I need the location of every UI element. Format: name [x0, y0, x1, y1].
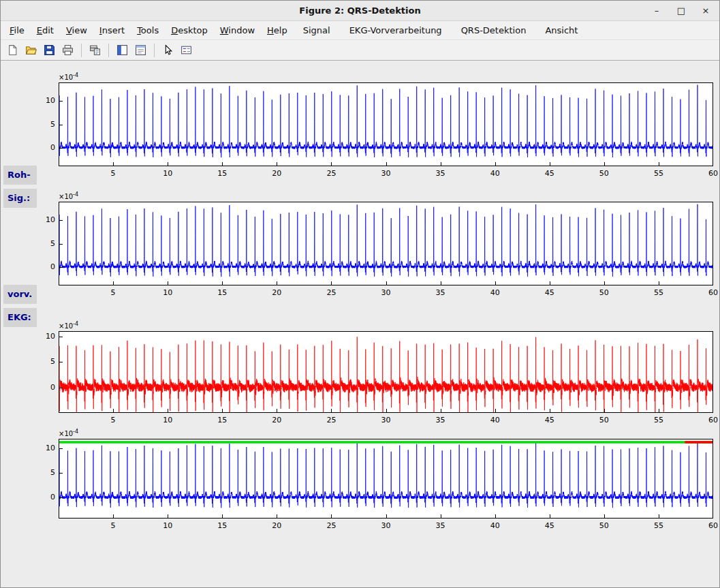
- menu-item-window[interactable]: Window: [214, 22, 261, 39]
- x-tick-label: 35: [431, 416, 451, 424]
- toolbar-separator: [81, 44, 82, 57]
- plot-canvas-detektion-ergebnis[interactable]: [59, 439, 713, 519]
- x-tick-label: 10: [157, 521, 178, 530]
- x-tick-label: 5: [103, 288, 123, 297]
- legend-button[interactable]: [178, 42, 195, 59]
- menu-item-insert[interactable]: Insert: [93, 22, 131, 39]
- x-tick-label: 55: [648, 521, 669, 530]
- close-button[interactable]: ×: [699, 4, 713, 18]
- x-tick-label: 25: [321, 416, 341, 424]
- plot-roh-signal: ×10-4051051015202530354045505560: [28, 70, 719, 181]
- x-tick-label: 50: [594, 288, 614, 297]
- x-tick-label: 15: [212, 288, 232, 297]
- x-tick-label: 50: [594, 169, 614, 178]
- plot-canvas-vorv-ekg[interactable]: [59, 202, 713, 285]
- title-bar: Figure 2: QRS-Detektion – □ ×: [1, 1, 719, 21]
- x-tick-label: 60: [703, 521, 720, 530]
- new-document-button[interactable]: [4, 42, 21, 59]
- toolbar-separator: [154, 44, 155, 57]
- x-tick-label: 20: [266, 169, 287, 178]
- y-tick-label: 10: [28, 96, 55, 105]
- x-tick-label: 30: [376, 288, 396, 297]
- save-icon: [44, 44, 55, 56]
- plot-editor-button[interactable]: [132, 42, 149, 59]
- x-tick-label: 45: [539, 169, 560, 178]
- x-tick-label: 30: [376, 416, 396, 424]
- menu-bar: FileEditViewInsertToolsDesktopWindowHelp…: [1, 21, 719, 40]
- x-tick-label: 5: [103, 521, 123, 530]
- plot-detektion-ergebnis: ×10-4051051015202530354045505560: [28, 427, 719, 533]
- y-tick-label: 0: [28, 383, 55, 392]
- y-tick-label: 10: [28, 215, 55, 224]
- menu-item-edit[interactable]: Edit: [31, 22, 60, 39]
- y-tick-label: 0: [28, 493, 55, 501]
- toolbar: [1, 40, 719, 61]
- y-tick-label: 5: [28, 468, 55, 477]
- window-grid-icon: [135, 44, 146, 56]
- window-split-icon: [116, 44, 128, 56]
- pointer-icon: [162, 44, 174, 56]
- x-tick-label: 40: [485, 416, 505, 424]
- save-button[interactable]: [41, 42, 58, 59]
- y-scale-label: ×10-4: [59, 429, 78, 437]
- y-tick-label: 0: [28, 262, 55, 271]
- x-tick-label: 5: [103, 169, 123, 178]
- window-title: Figure 2: QRS-Detektion: [1, 1, 719, 21]
- x-tick-label: 25: [321, 521, 341, 530]
- x-tick-label: 45: [539, 416, 560, 424]
- plot-canvas-qrs-detektion[interactable]: [59, 331, 713, 413]
- menu-item-help[interactable]: Help: [261, 22, 294, 39]
- menu-item-tools[interactable]: Tools: [131, 22, 165, 39]
- y-tick-label: 0: [28, 143, 55, 152]
- plot-canvas-roh-signal[interactable]: [59, 82, 713, 166]
- x-tick-label: 55: [648, 169, 669, 178]
- x-tick-label: 15: [212, 521, 232, 530]
- menu-item-view[interactable]: View: [60, 22, 93, 39]
- menu-item-ansicht[interactable]: Ansicht: [535, 22, 587, 39]
- minimize-button[interactable]: –: [650, 4, 663, 18]
- x-tick-label: 15: [212, 169, 232, 178]
- print-button[interactable]: [59, 42, 76, 59]
- x-tick-label: 30: [376, 521, 396, 530]
- x-tick-label: 35: [431, 169, 451, 178]
- menu-item-desktop[interactable]: Desktop: [165, 22, 214, 39]
- x-tick-label: 5: [103, 416, 123, 424]
- y-tick-label: 10: [28, 444, 55, 452]
- y-tick-label: 5: [28, 357, 55, 366]
- x-tick-label: 55: [648, 416, 669, 424]
- plot-qrs-detektion: ×10-4051051015202530354045505560: [28, 319, 719, 428]
- printer-page-icon: [89, 44, 101, 56]
- x-tick-label: 35: [431, 288, 451, 297]
- pointer-button[interactable]: [159, 42, 176, 59]
- y-tick-label: 5: [28, 239, 55, 248]
- y-scale-label: ×10-4: [59, 191, 78, 200]
- print-preview-button[interactable]: [87, 42, 104, 59]
- toolbar-separator: [108, 44, 109, 57]
- y-scale-label: ×10-4: [59, 72, 78, 81]
- x-tick-label: 25: [321, 169, 341, 178]
- menu-item-file[interactable]: File: [3, 22, 31, 39]
- menu-item-ekg-vorverarbeitung[interactable]: EKG-Vorverarbeitung: [340, 22, 452, 39]
- menu-item-qrs-detektion[interactable]: QRS-Detektion: [452, 22, 536, 39]
- x-tick-label: 10: [157, 416, 178, 424]
- x-tick-label: 60: [703, 416, 720, 424]
- y-scale-label: ×10-4: [59, 321, 78, 330]
- open-file-button[interactable]: [22, 42, 40, 59]
- x-tick-label: 10: [157, 288, 178, 297]
- maximize-button[interactable]: □: [674, 4, 688, 18]
- x-tick-label: 20: [266, 288, 287, 297]
- x-tick-label: 60: [703, 288, 720, 297]
- menu-item-signal[interactable]: Signal: [294, 22, 340, 39]
- x-tick-label: 40: [485, 521, 505, 530]
- x-tick-label: 50: [594, 521, 614, 530]
- x-tick-label: 10: [157, 169, 178, 178]
- x-tick-label: 15: [212, 416, 232, 424]
- x-tick-label: 40: [485, 169, 505, 178]
- plot-vorv-ekg: ×10-4051051015202530354045505560: [28, 189, 719, 300]
- x-tick-label: 35: [431, 521, 451, 530]
- figure-area: Roh- Sig.: vorv. EKG: QRS-Detektion FP: …: [1, 61, 719, 587]
- x-tick-label: 40: [485, 288, 505, 297]
- y-tick-label: 10: [28, 332, 55, 341]
- x-tick-label: 55: [648, 288, 669, 297]
- new-figure-button[interactable]: [114, 42, 131, 59]
